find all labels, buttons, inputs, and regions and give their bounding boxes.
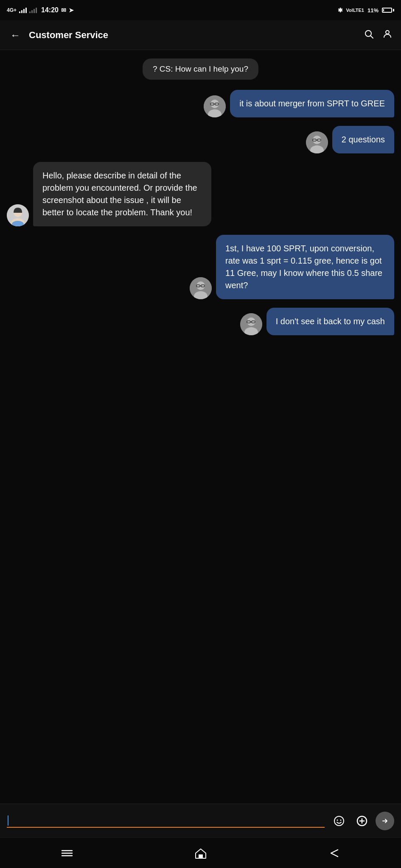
svg-line-1 (371, 36, 373, 38)
input-actions (330, 812, 394, 830)
signal-bars-2 (29, 7, 37, 13)
status-bar: 4G+ 14:20 ✉ ➤ ✱ VolLTE1 11% (0, 0, 401, 20)
input-area (0, 804, 401, 837)
signal-bar-3 (23, 9, 25, 13)
message-bubble: I don't see it back to my cash (266, 308, 394, 335)
message-row: 1st, I have 100 SPRT, upon conversion, r… (7, 235, 394, 299)
avatar (306, 131, 328, 153)
svg-rect-41 (199, 855, 202, 858)
signal-bars (19, 7, 27, 13)
add-button[interactable] (353, 812, 371, 830)
signal-bar-1 (19, 11, 20, 13)
nav-home-button[interactable] (188, 844, 213, 862)
avatar (240, 313, 262, 335)
svg-point-32 (337, 819, 338, 821)
svg-point-2 (386, 31, 389, 34)
avatar (7, 204, 29, 226)
profile-icon[interactable] (382, 29, 393, 42)
chat-area: ? CS: How can I help you? it is about me… (0, 50, 401, 804)
back-arrow-icon: ← (10, 29, 20, 41)
message-row: I don't see it back to my cash (7, 308, 394, 335)
nav-bar (0, 837, 401, 868)
battery-icon (382, 8, 394, 13)
text-cursor (8, 815, 8, 826)
message-bubble: Hello, please describe in detail of the … (33, 162, 211, 226)
signal-bar-2 (21, 10, 22, 13)
header: ← Customer Service (0, 20, 401, 50)
message-bubble: 1st, I have 100 SPRT, upon conversion, r… (216, 235, 394, 299)
message-row: Hello, please describe in detail of the … (7, 162, 394, 226)
status-left: 4G+ 14:20 ✉ ➤ (7, 6, 74, 14)
status-right: ✱ VolLTE1 11% (338, 7, 394, 14)
time-display: 14:20 (41, 6, 59, 14)
bluetooth-icon: ✱ (338, 7, 343, 14)
avatar (204, 95, 226, 117)
partial-message-row: ? CS: How can I help you? (7, 58, 394, 80)
message-bubble: 2 questions (332, 126, 394, 153)
nav-menu-button[interactable] (54, 844, 80, 862)
signal-4g-label: 4G+ (7, 7, 17, 13)
text-input-wrapper (7, 814, 325, 828)
header-actions (364, 29, 393, 42)
volte-label: VolLTE1 (346, 8, 364, 13)
signal-bar-4 (25, 8, 27, 13)
email-icon: ✉ (61, 7, 66, 14)
avatar (190, 277, 212, 299)
svg-point-33 (340, 819, 342, 821)
back-button[interactable]: ← (8, 28, 22, 43)
nav-back-button[interactable] (322, 844, 347, 862)
emoji-button[interactable] (330, 812, 348, 830)
message-row: 2 questions (7, 126, 394, 153)
search-icon[interactable] (364, 29, 374, 42)
svg-point-31 (334, 816, 344, 826)
partial-bubble: ? CS: How can I help you? (143, 58, 258, 80)
message-input[interactable] (7, 814, 325, 828)
battery-percent: 11% (367, 7, 379, 14)
page-title: Customer Service (29, 30, 357, 41)
message-row: it is about merger from SPRT to GREE (7, 90, 394, 117)
message-bubble: it is about merger from SPRT to GREE (230, 90, 394, 117)
notification-icon: ➤ (69, 7, 74, 14)
send-button[interactable] (376, 812, 394, 830)
